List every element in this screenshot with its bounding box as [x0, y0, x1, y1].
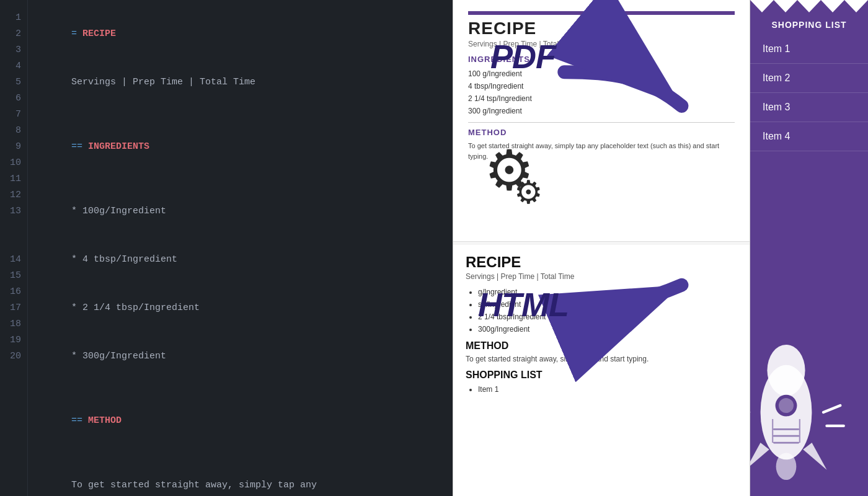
- shopping-item-3[interactable]: Item 3: [750, 93, 868, 122]
- line-7: * 4 tbsp/Ingredient: [38, 236, 443, 284]
- line-1: = RECIPE: [38, 10, 443, 58]
- html-subtitle: Servings | Prep Time | Total Time: [466, 272, 737, 281]
- code-editor[interactable]: 1 2 3 4 5 6 7 8 9 10 11 12 13 14 15 16 1…: [0, 0, 453, 496]
- middle-panel: RECIPE Servings | Prep Time | Total Time…: [453, 0, 750, 496]
- html-shopping-list: Item 1: [478, 383, 737, 396]
- line-5: [38, 171, 443, 187]
- shopping-item-2[interactable]: Item 2: [750, 64, 868, 93]
- svg-point-8: [776, 453, 796, 480]
- line-2: Servings | Prep Time | Total Time: [38, 58, 443, 107]
- gear-container: ⚙ ⚙: [484, 143, 552, 198]
- pdf-ingredient-3: 2 1/4 tsp/Ingredient: [468, 92, 735, 105]
- line-11: == METHOD: [38, 397, 443, 445]
- svg-line-13: [823, 405, 840, 412]
- svg-marker-7: [803, 443, 826, 470]
- right-panel: SHOPPING LIST Item 1 Item 2 Item 3 Item …: [750, 0, 868, 496]
- line-3: [38, 107, 443, 123]
- line-4: == INGREDIENTS: [38, 123, 443, 171]
- shopping-item-4[interactable]: Item 4: [750, 122, 868, 151]
- pdf-label: PDF: [490, 37, 556, 76]
- pdf-title: RECIPE: [468, 19, 735, 38]
- zigzag-decoration: [750, 0, 868, 12]
- line-13a: To get started straight away, simply tap…: [38, 461, 443, 496]
- line-8: * 2 1/4 tbsp/Ingredient: [38, 284, 443, 332]
- html-shopping-title: SHOPPING LIST: [466, 370, 737, 381]
- html-method-text: To get started straight away, simply tap…: [466, 354, 737, 365]
- pdf-preview: RECIPE Servings | Prep Time | Total Time…: [453, 0, 750, 242]
- pdf-ingredient-2: 4 tbsp/Ingredient: [468, 80, 735, 92]
- rocket-container: [750, 329, 868, 496]
- gear-small-icon: ⚙: [514, 176, 543, 208]
- shopping-list-title: SHOPPING LIST: [750, 12, 868, 35]
- html-ingredient-4: 300g/Ingredient: [478, 323, 737, 335]
- pdf-method-title: METHOD: [468, 128, 735, 137]
- pdf-divider: [468, 122, 735, 123]
- shopping-item-1[interactable]: Item 1: [750, 35, 868, 64]
- line-numbers: 1 2 3 4 5 6 7 8 9 10 11 12 13 14 15 16 1…: [0, 0, 28, 496]
- line-9: * 300g/Ingredient: [38, 332, 443, 381]
- svg-point-5: [779, 398, 794, 413]
- svg-marker-6: [750, 443, 769, 470]
- html-method-title: METHOD: [466, 340, 737, 352]
- rocket-icon: [750, 338, 848, 487]
- pdf-header-bar: [468, 11, 735, 15]
- line-6: * 100g/Ingredient: [38, 187, 443, 236]
- html-preview: RECIPE Servings | Prep Time | Total Time…: [453, 245, 750, 496]
- code-text-area[interactable]: = RECIPE Servings | Prep Time | Total Ti…: [28, 0, 453, 496]
- html-shopping-item-1: Item 1: [478, 383, 737, 396]
- svg-point-3: [767, 345, 805, 396]
- html-label: HTML: [478, 285, 569, 324]
- html-title: RECIPE: [466, 254, 737, 271]
- line-12: [38, 445, 443, 461]
- pdf-ingredient-4: 300 g/Ingredient: [468, 105, 735, 117]
- line-10: [38, 381, 443, 397]
